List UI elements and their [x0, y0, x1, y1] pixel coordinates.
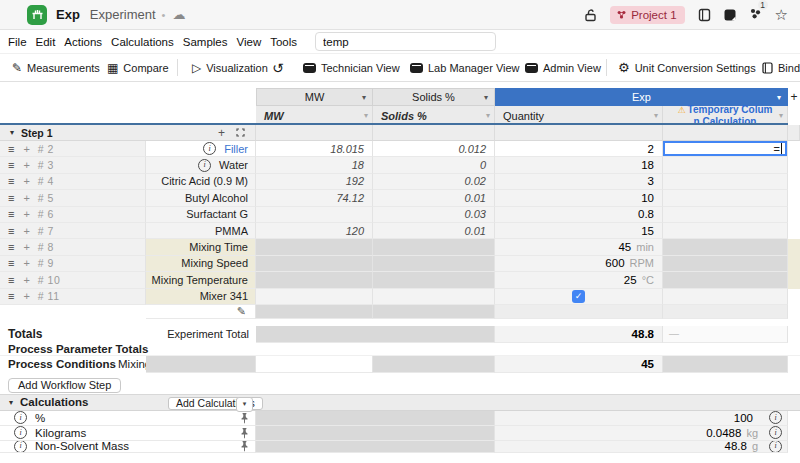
- drag-handle-icon[interactable]: ≡: [8, 175, 14, 187]
- pin-icon[interactable]: [239, 412, 250, 424]
- row-add-icon[interactable]: +: [23, 225, 29, 237]
- column-header-temporary-calculation[interactable]: ⚠Temporary Column Calculation ▾: [663, 106, 788, 125]
- info-icon[interactable]: i: [14, 426, 27, 439]
- chevron-down-icon[interactable]: ▾: [654, 111, 658, 120]
- pin-icon[interactable]: [239, 441, 250, 453]
- toolbar-button-admin-view[interactable]: Admin View: [525, 54, 601, 81]
- quantity-cell[interactable]: 25°C: [495, 272, 663, 288]
- mw-cell[interactable]: 120: [256, 223, 373, 239]
- favorite-star-icon[interactable]: ☆: [775, 7, 788, 22]
- ingredient-name-cell[interactable]: Surfactant G: [146, 207, 256, 223]
- ingredient-name-cell[interactable]: Butyl Alcohol: [146, 190, 256, 206]
- info-icon[interactable]: i: [203, 142, 216, 155]
- chevron-down-icon[interactable]: ▾: [486, 111, 490, 120]
- ingredient-name-cell[interactable]: i Water: [146, 157, 256, 173]
- ingredient-name-cell[interactable]: i Filler: [146, 141, 256, 157]
- toolbar-button-technician-view[interactable]: Technician View: [303, 54, 400, 81]
- collapse-chevron-icon[interactable]: ▾: [10, 128, 14, 137]
- ingredient-name-cell[interactable]: Citric Acid (0.9 M): [146, 174, 256, 190]
- project-badge[interactable]: Project 1: [610, 6, 684, 24]
- quantity-cell[interactable]: 600RPM: [495, 256, 663, 272]
- quantity-cell[interactable]: 18: [495, 157, 663, 173]
- row-handle[interactable]: ≡ + # 7: [0, 223, 146, 239]
- temp-calc-cell[interactable]: [663, 223, 788, 239]
- mw-cell[interactable]: [256, 207, 373, 223]
- step-header[interactable]: ▾ Step 1 +: [0, 125, 256, 141]
- row-add-icon[interactable]: +: [23, 143, 29, 155]
- menu-item-actions[interactable]: Actions: [64, 36, 102, 48]
- info-icon[interactable]: i: [769, 426, 782, 439]
- add-row-button[interactable]: +: [218, 126, 225, 140]
- drag-handle-icon[interactable]: ≡: [8, 257, 14, 269]
- process-name-cell[interactable]: Mixer 341: [146, 289, 256, 305]
- row-handle[interactable]: ≡ + # 11: [0, 289, 146, 305]
- chevron-down-icon[interactable]: ▾: [779, 111, 783, 120]
- row-add-icon[interactable]: +: [23, 257, 29, 269]
- row-add-icon[interactable]: +: [23, 208, 29, 220]
- quantity-cell[interactable]: 2: [495, 141, 663, 157]
- chevron-down-icon[interactable]: ▾: [777, 93, 781, 102]
- info-icon[interactable]: i: [198, 159, 211, 172]
- toolbar-button-bindings[interactable]: Bindings: [762, 54, 800, 81]
- menu-item-tools[interactable]: Tools: [270, 36, 297, 48]
- mw-cell[interactable]: 192: [256, 174, 373, 190]
- undo-button[interactable]: ↺: [272, 54, 284, 81]
- row-handle[interactable]: ≡ + # 10: [0, 272, 146, 288]
- menu-item-file[interactable]: File: [8, 36, 27, 48]
- info-icon[interactable]: i: [769, 411, 782, 424]
- drag-handle-icon[interactable]: ≡: [8, 241, 14, 253]
- collapse-chevron-icon[interactable]: ▾: [9, 398, 13, 407]
- row-handle[interactable]: ≡ + # 9: [0, 256, 146, 272]
- row-add-icon[interactable]: +: [23, 290, 29, 302]
- info-icon[interactable]: i: [769, 441, 782, 453]
- drag-handle-icon[interactable]: ≡: [8, 159, 14, 171]
- add-workflow-step-button[interactable]: Add Workflow Step: [8, 378, 121, 393]
- row-add-icon[interactable]: +: [23, 159, 29, 171]
- menu-item-calculations[interactable]: Calculations: [111, 36, 174, 48]
- quantity-cell[interactable]: 45min: [495, 239, 663, 255]
- row-handle[interactable]: ≡ + # 6: [0, 207, 146, 223]
- chevron-down-icon[interactable]: ▾: [362, 93, 366, 102]
- toolbar-button-compare[interactable]: ▦ Compare: [107, 54, 169, 81]
- expand-icon[interactable]: [236, 128, 245, 137]
- temp-calc-cell[interactable]: [663, 157, 788, 173]
- drag-handle-icon[interactable]: ≡: [8, 208, 14, 220]
- note-icon[interactable]: [724, 9, 736, 21]
- row-add-icon[interactable]: +: [23, 175, 29, 187]
- mw-cell[interactable]: 18: [256, 157, 373, 173]
- add-calculations-dropdown[interactable]: ▾: [236, 397, 253, 412]
- row-handle[interactable]: ≡ + # 3: [0, 157, 146, 173]
- calculations-section-header[interactable]: ▾ Calculations Add Calculations ▾: [0, 394, 800, 411]
- quantity-cell[interactable]: 15: [495, 223, 663, 239]
- row-handle[interactable]: ≡ + # 8: [0, 239, 146, 255]
- edit-names-cell[interactable]: ✎: [146, 305, 256, 319]
- solids-cell[interactable]: 0.01: [373, 190, 495, 206]
- unlock-icon[interactable]: [584, 8, 597, 22]
- quantity-cell-checkbox[interactable]: ✓: [495, 289, 663, 305]
- temp-calc-cell[interactable]: [663, 190, 788, 206]
- solids-cell[interactable]: 0.01: [373, 223, 495, 239]
- row-add-icon[interactable]: +: [23, 192, 29, 204]
- toolbar-button-visualization[interactable]: ▷ Visualization: [192, 54, 268, 81]
- pencil-icon[interactable]: ✎: [237, 305, 246, 318]
- temp-calc-cell-focused[interactable]: =: [663, 141, 788, 157]
- column-header-quantity[interactable]: Quantity ▾: [495, 106, 663, 125]
- column-group-mw[interactable]: MW ▾: [256, 88, 373, 106]
- checkbox-checked[interactable]: ✓: [572, 290, 585, 303]
- drag-handle-icon[interactable]: ≡: [8, 290, 14, 302]
- journal-icon[interactable]: [698, 8, 711, 22]
- column-header-mw[interactable]: MW ▾: [256, 106, 373, 125]
- chevron-down-icon[interactable]: ▾: [364, 111, 368, 120]
- toolbar-button-measurements[interactable]: ✎ Measurements: [12, 54, 100, 81]
- menu-item-edit[interactable]: Edit: [36, 36, 56, 48]
- row-add-icon[interactable]: +: [23, 241, 29, 253]
- info-icon[interactable]: i: [14, 411, 27, 424]
- drag-handle-icon[interactable]: ≡: [8, 225, 14, 237]
- mw-cell[interactable]: 18.015: [256, 141, 373, 157]
- row-add-icon[interactable]: +: [23, 274, 29, 286]
- column-header-solids[interactable]: Solids % ▾: [373, 106, 495, 125]
- column-group-solids[interactable]: Solids % ▾: [373, 88, 495, 106]
- quantity-cell[interactable]: 10: [495, 190, 663, 206]
- ingredient-name-cell[interactable]: PMMA: [146, 223, 256, 239]
- drag-handle-icon[interactable]: ≡: [8, 192, 14, 204]
